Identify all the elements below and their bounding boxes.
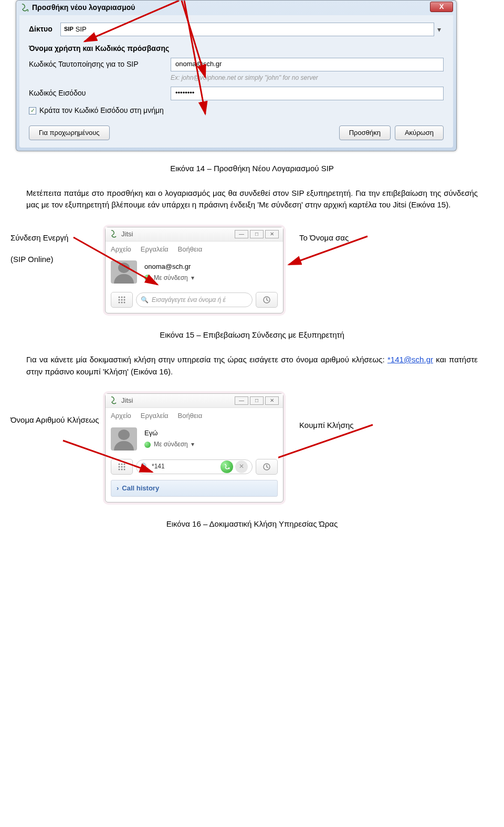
close-button[interactable]: X — [430, 2, 453, 12]
password-value: •••••••• — [175, 89, 194, 97]
svg-point-17 — [124, 463, 125, 465]
network-select[interactable]: SIP SIP — [60, 23, 434, 36]
search-icon: 🔍 — [141, 296, 149, 305]
menu-help[interactable]: Βοήθεια — [178, 411, 203, 421]
network-value: SIP — [76, 25, 87, 34]
svg-point-20 — [124, 466, 125, 467]
menu-tools[interactable]: Εργαλεία — [141, 411, 169, 421]
jitsi-app-icon — [110, 396, 118, 405]
jitsi-title-text: Jitsi — [121, 396, 133, 405]
status-online-icon — [144, 442, 151, 448]
credentials-section-header: Όνομα χρήστη και Κωδικός πρόσβασης — [29, 44, 444, 54]
search-placeholder: Εισαγάγεγτε ένα όνομα ή έ — [152, 296, 226, 305]
svg-point-6 — [119, 299, 120, 301]
annotation-right-1: Το Όνομα σας — [299, 227, 383, 243]
menu-file[interactable]: Αρχείο — [111, 411, 131, 421]
dialog-title: Προσθήκη νέου λογαριασμού — [32, 3, 135, 13]
clear-input-button[interactable]: ✕ — [235, 460, 248, 473]
call-history-panel[interactable]: ›Call history — [111, 480, 278, 497]
svg-point-19 — [121, 466, 123, 467]
jitsi-title-text: Jitsi — [121, 229, 133, 239]
sip-id-label: Κωδικός Ταυτοποίησης για το SIP — [29, 59, 171, 70]
status-row[interactable]: Με σύνδεση ▾ — [144, 440, 194, 449]
svg-line-26 — [278, 425, 373, 472]
svg-point-10 — [121, 302, 123, 303]
status-text: Με σύνδεση — [154, 440, 188, 449]
annotation-left-1: Σύνδεση Ενεργή (SIP Online) — [10, 227, 105, 265]
avatar — [111, 427, 137, 451]
svg-point-4 — [121, 297, 123, 298]
minimize-button[interactable]: — — [235, 396, 248, 405]
dialpad-button[interactable] — [111, 292, 133, 308]
profile-name: Εγώ — [144, 428, 194, 438]
dialog-titlebar: Προσθήκη νέου λογαριασμού X — [16, 1, 456, 15]
svg-point-18 — [119, 466, 120, 467]
remember-password-checkbox[interactable]: ✓ — [29, 107, 36, 114]
jitsi-main-window-2: Jitsi — □ ✕ Αρχείο Εργαλεία Βοήθεια Εγώ — [105, 393, 284, 503]
add-account-dialog: Προσθήκη νέου λογαριασμού X Δίκτυο SIP S… — [16, 0, 457, 151]
maximize-button[interactable]: □ — [250, 230, 264, 238]
chevron-down-icon: ▾ — [191, 440, 194, 449]
password-label: Κωδικός Εισόδου — [29, 88, 171, 99]
cancel-button[interactable]: Ακύρωση — [395, 125, 444, 140]
svg-point-22 — [121, 468, 123, 470]
sip-id-value: onoma@sch.gr — [175, 60, 222, 68]
call-history-label: Call history — [122, 484, 159, 492]
menu-file[interactable]: Αρχείο — [111, 245, 131, 254]
svg-point-11 — [124, 302, 125, 303]
svg-point-15 — [119, 463, 120, 465]
annotation-call-number-label: Όνομα Αριθμού Κλήσεως — [10, 414, 105, 425]
add-button[interactable]: Προσθήκη — [339, 125, 391, 140]
annotation-left-2: Όνομα Αριθμού Κλήσεως — [10, 393, 105, 425]
sip-chip: SIP — [64, 25, 74, 33]
dial-value: *141 — [152, 462, 165, 471]
status-row[interactable]: Με σύνδεση ▾ — [144, 274, 194, 282]
history-button[interactable] — [256, 459, 278, 475]
paragraph-2: Για να κάνετε μία δοκιμαστική κλήση στην… — [26, 354, 478, 378]
svg-point-7 — [121, 299, 123, 301]
annotation-sip-online-title: Σύνδεση Ενεργή — [10, 232, 105, 243]
menu-help[interactable]: Βοήθεια — [178, 245, 203, 254]
status-online-icon — [144, 275, 151, 281]
dialpad-button[interactable] — [111, 459, 133, 475]
svg-point-5 — [124, 297, 125, 298]
figure-14-caption: Εικόνα 14 – Προσθήκη Νέου Λογαριασμού SI… — [10, 163, 494, 174]
svg-point-3 — [119, 297, 120, 298]
sip-id-input[interactable]: onoma@sch.gr — [171, 58, 444, 71]
menu-tools[interactable]: Εργαλεία — [141, 245, 169, 254]
menu-bar: Αρχείο Εργαλεία Βοήθεια — [106, 242, 283, 257]
avatar — [111, 260, 137, 284]
jitsi-app-icon — [20, 4, 29, 12]
minimize-button[interactable]: — — [235, 230, 248, 238]
close-button[interactable]: ✕ — [265, 396, 279, 405]
dial-input[interactable]: 🔍 *141 ✕ — [136, 459, 253, 474]
close-button[interactable]: ✕ — [265, 230, 279, 238]
paragraph-1: Μετέπειτα πατάμε στο προσθήκη και ο λογα… — [26, 187, 478, 211]
status-text: Με σύνδεση — [154, 274, 188, 282]
advanced-button[interactable]: Για προχωρημένους — [29, 125, 110, 140]
test-call-link[interactable]: *141@sch.gr — [387, 355, 433, 364]
jitsi-main-window-1: Jitsi — □ ✕ Αρχείο Εργαλεία Βοήθεια onom… — [105, 227, 284, 313]
figure-16-caption: Εικόνα 16 – Δοκιμαστική Κλήση Υπηρεσίας … — [10, 518, 494, 529]
chevron-right-icon: › — [117, 484, 119, 492]
history-button[interactable] — [256, 292, 278, 308]
svg-point-21 — [119, 468, 120, 470]
maximize-button[interactable]: □ — [250, 396, 264, 405]
svg-point-23 — [124, 468, 125, 470]
annotation-right-2: Κουμπί Κλήσης — [299, 393, 383, 431]
search-input[interactable]: 🔍 Εισαγάγεγτε ένα όνομα ή έ — [136, 292, 253, 307]
dialog-body: Δίκτυο SIP SIP ▾ Όνομα χρήστη και Κωδικό… — [19, 15, 453, 148]
para2-pre: Για να κάνετε μία δοκιμαστική κλήση στην… — [26, 355, 387, 364]
jitsi-titlebar: Jitsi — □ ✕ — [106, 227, 283, 242]
jitsi-titlebar: Jitsi — □ ✕ — [106, 394, 283, 408]
call-button[interactable] — [220, 460, 233, 473]
dropdown-arrow-icon[interactable]: ▾ — [434, 24, 444, 35]
profile-name: onoma@sch.gr — [144, 262, 194, 271]
svg-point-9 — [119, 302, 120, 303]
network-label: Δίκτυο — [29, 24, 60, 35]
remember-password-label: Κράτα τον Κωδικό Εισόδου στη μνήμη — [39, 106, 164, 116]
jitsi-app-icon — [110, 230, 118, 238]
svg-point-16 — [121, 463, 123, 465]
menu-bar: Αρχείο Εργαλεία Βοήθεια — [106, 408, 283, 424]
password-input[interactable]: •••••••• — [171, 87, 444, 100]
